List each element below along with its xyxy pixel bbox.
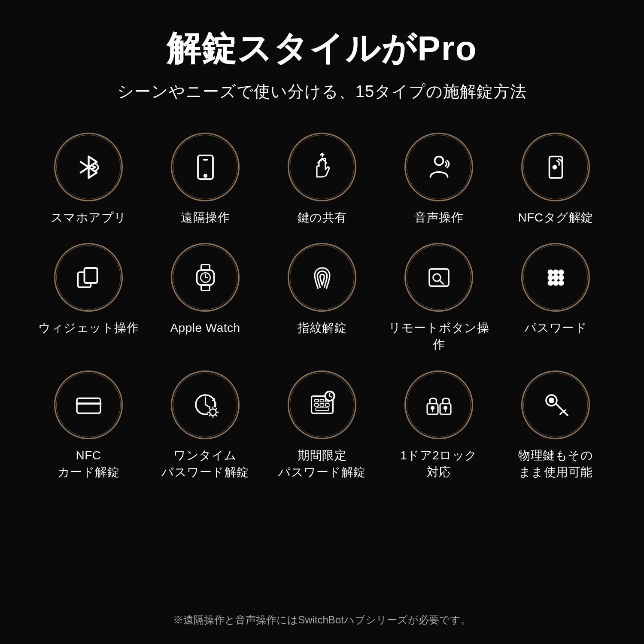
svg-rect-37 <box>325 399 329 402</box>
svg-rect-39 <box>320 404 324 406</box>
svg-rect-4 <box>549 156 562 178</box>
svg-line-56 <box>560 412 562 414</box>
svg-point-19 <box>553 270 558 274</box>
svg-line-45 <box>330 396 332 398</box>
icon-circle-apple-watch <box>171 243 240 312</box>
icon-label-password: パスワード <box>524 319 587 336</box>
icon-circle-nfc-card <box>54 371 123 439</box>
watch-icon <box>189 261 222 294</box>
svg-rect-46 <box>427 404 438 414</box>
icon-circle-widget <box>54 243 123 312</box>
icon-item-fingerprint: 指紋解錠 <box>268 243 376 353</box>
icon-circle-password <box>521 243 590 312</box>
remote-button-icon <box>423 261 455 294</box>
icon-circle-time-limited <box>288 371 356 439</box>
svg-point-21 <box>548 275 553 279</box>
icons-grid: スマホアプリ 遠隔操作 <box>34 133 610 480</box>
svg-rect-40 <box>325 404 329 406</box>
svg-rect-11 <box>197 270 214 285</box>
svg-rect-6 <box>78 272 91 287</box>
svg-point-42 <box>325 391 334 401</box>
voice-icon <box>423 151 455 183</box>
card-icon <box>73 389 105 421</box>
icon-item-physical-key: 物理鍵もその まま使用可能 <box>501 371 610 480</box>
icon-label-time-limited: 期間限定 パスワード解錠 <box>278 447 366 480</box>
icon-item-nfc-card: NFC カード解錠 <box>34 371 143 480</box>
widget-icon <box>73 261 105 294</box>
icon-item-widget: ウィジェット操作 <box>34 243 143 353</box>
icon-label-voice-control: 音声操作 <box>414 209 463 226</box>
icon-item-key-share: 鍵の共有 <box>268 133 376 226</box>
icon-circle-bluetooth-app <box>54 133 123 201</box>
icon-label-nfc-tag: NFCタグ解錠 <box>518 209 593 226</box>
icon-item-password: パスワード <box>501 243 610 353</box>
svg-rect-7 <box>84 268 97 283</box>
password-icon <box>540 261 572 294</box>
main-container: 解錠スタイルがPro シーンやニーズで使い分ける、15タイプの施解錠方法 スマホ… <box>0 0 644 644</box>
footnote: ※遠隔操作と音声操作にはSwitchBotハブシリーズが必要です。 <box>173 613 471 627</box>
svg-point-43 <box>325 392 334 401</box>
svg-point-24 <box>548 281 553 285</box>
icon-item-double-lock: 1ドア2ロック 対応 <box>385 371 493 480</box>
physical-key-icon <box>540 389 572 421</box>
svg-rect-0 <box>198 155 213 179</box>
icon-label-nfc-card: NFC カード解錠 <box>58 447 120 480</box>
svg-point-2 <box>204 174 207 177</box>
icon-circle-remote-button <box>404 243 473 312</box>
svg-rect-15 <box>429 269 449 286</box>
icon-circle-remote-control <box>171 133 240 201</box>
icon-circle-nfc-tag <box>521 133 590 201</box>
svg-point-50 <box>444 407 447 409</box>
svg-rect-35 <box>315 399 319 402</box>
svg-point-23 <box>559 275 563 279</box>
key-share-icon <box>306 151 338 183</box>
svg-point-18 <box>548 270 553 274</box>
svg-rect-38 <box>315 404 319 406</box>
svg-point-29 <box>196 395 215 414</box>
icon-circle-key-share <box>288 133 356 201</box>
fingerprint-icon <box>306 261 338 294</box>
svg-point-32 <box>207 407 218 418</box>
svg-line-54 <box>556 404 568 416</box>
svg-rect-9 <box>201 264 210 270</box>
svg-point-20 <box>559 270 563 274</box>
time-limited-icon <box>306 389 338 421</box>
icon-label-bluetooth-app: スマホアプリ <box>51 209 127 226</box>
icon-circle-voice-control <box>404 133 473 201</box>
icon-circle-physical-key <box>521 371 590 439</box>
svg-line-55 <box>563 410 565 412</box>
svg-point-47 <box>431 407 434 409</box>
icon-item-remote-control: 遠隔操作 <box>151 133 259 226</box>
one-time-icon <box>189 389 222 421</box>
icon-item-remote-button: リモートボタン操作 <box>385 243 493 353</box>
icon-circle-double-lock <box>404 371 473 439</box>
icon-circle-one-time-pw <box>171 371 240 439</box>
smartphone-icon <box>189 151 222 183</box>
svg-point-52 <box>546 395 557 406</box>
main-title: 解錠スタイルがPro <box>167 26 477 72</box>
svg-point-33 <box>210 409 216 416</box>
svg-point-22 <box>553 275 558 279</box>
double-lock-icon <box>423 389 455 421</box>
icon-item-bluetooth-app: スマホアプリ <box>34 133 143 226</box>
svg-line-31 <box>205 405 211 408</box>
icon-circle-fingerprint <box>288 243 356 312</box>
svg-point-3 <box>434 156 443 165</box>
svg-point-25 <box>553 281 558 285</box>
icon-item-time-limited: 期間限定 パスワード解錠 <box>268 371 376 480</box>
icon-label-remote-button: リモートボタン操作 <box>385 319 493 353</box>
svg-point-53 <box>549 398 553 403</box>
icon-label-widget: ウィジェット操作 <box>38 319 139 336</box>
icon-label-remote-control: 遠隔操作 <box>181 209 230 226</box>
icon-label-double-lock: 1ドア2ロック 対応 <box>400 447 477 480</box>
nfc-tag-icon <box>540 151 572 183</box>
svg-rect-27 <box>77 398 100 413</box>
svg-point-26 <box>559 281 563 285</box>
svg-rect-36 <box>320 399 324 402</box>
svg-point-5 <box>553 165 556 169</box>
svg-line-17 <box>439 280 443 284</box>
svg-rect-34 <box>311 396 333 413</box>
svg-rect-10 <box>201 285 210 291</box>
icon-label-apple-watch: Apple Watch <box>170 319 240 336</box>
icon-label-physical-key: 物理鍵もその まま使用可能 <box>518 447 593 480</box>
